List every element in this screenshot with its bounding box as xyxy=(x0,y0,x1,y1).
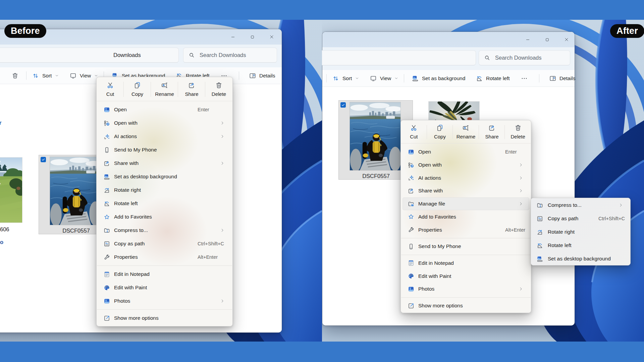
diver-photo-thumbnail[interactable] xyxy=(50,157,101,225)
golf-photo-thumbnail[interactable] xyxy=(0,158,22,223)
menu-item-label: Send to My Phone xyxy=(418,243,461,249)
menu-item-add-to-favorites[interactable]: Add to Favorites xyxy=(402,210,529,224)
toolbar-details-button[interactable]: Details xyxy=(249,67,275,84)
maximize-button[interactable] xyxy=(537,32,557,47)
after-screenshot-panel: Search Downloads Sort View Set as backgr… xyxy=(322,20,644,342)
menu-item-show-more-options[interactable]: Show more options xyxy=(98,311,231,325)
chevron-right-icon xyxy=(519,188,523,193)
menu-item-add-to-favorites[interactable]: Add to Favorites xyxy=(98,210,231,224)
ai-actions-icon xyxy=(408,174,415,181)
toolbar-more-button[interactable] xyxy=(521,70,528,86)
toolbar-view-button[interactable]: View xyxy=(370,70,398,86)
paint-icon xyxy=(103,284,110,291)
toolbar-details-label: Details xyxy=(559,75,575,81)
toolbar-separator xyxy=(26,71,26,80)
close-button[interactable] xyxy=(557,32,576,47)
command-share-button[interactable]: Share xyxy=(178,77,205,101)
before-label: Before xyxy=(4,24,46,38)
menu-item-label: Rotate left xyxy=(114,200,138,206)
menu-item-properties[interactable]: PropertiesAlt+Enter xyxy=(98,250,231,264)
toolbar-details-button[interactable]: Details xyxy=(549,70,575,86)
menu-item-send-to-my-phone[interactable]: Send to My Phone xyxy=(98,143,231,157)
command-rename-button[interactable]: Rename xyxy=(151,77,178,101)
ai-actions-icon xyxy=(103,133,110,140)
properties-icon xyxy=(103,254,110,261)
context-menu-after: Cut Copy Rename Share Delete OpenEnter O… xyxy=(400,120,531,313)
maximize-button[interactable] xyxy=(243,29,262,45)
menu-item-label: Edit in Notepad xyxy=(418,260,454,266)
share-with-icon xyxy=(408,187,415,194)
file-caption-fragment: 606 xyxy=(0,226,15,233)
address-input[interactable] xyxy=(322,50,476,65)
share-with-icon xyxy=(103,160,110,167)
share-icon xyxy=(188,81,196,89)
menu-item-set-as-desktop-background[interactable]: Set as desktop background xyxy=(98,170,231,183)
menu-item-copy-as-path[interactable]: Copy as pathCtrl+Shift+C xyxy=(533,212,629,225)
menu-item-edit-with-paint[interactable]: Edit with Paint xyxy=(402,269,529,283)
menu-item-edit-in-notepad[interactable]: Edit in Notepad xyxy=(402,257,529,270)
menu-item-compress-to[interactable]: Compress to... xyxy=(98,224,231,237)
menu-item-set-as-desktop-background[interactable]: Set as desktop background xyxy=(533,252,629,265)
command-cut-button[interactable]: Cut xyxy=(401,120,427,143)
menu-item-edit-with-paint[interactable]: Edit with Paint xyxy=(98,281,231,294)
menu-item-send-to-my-phone[interactable]: Send to My Phone xyxy=(402,240,529,253)
menu-item-rotate-right[interactable]: Rotate right xyxy=(533,225,629,239)
toolbar-rotate-left-button[interactable]: Rotate left xyxy=(476,70,510,86)
toolbar-details-label: Details xyxy=(259,73,275,79)
chevron-right-icon xyxy=(519,201,523,206)
menu-item-share-with[interactable]: Share with xyxy=(98,157,231,170)
menu-item-label: Open with xyxy=(114,120,138,126)
menu-item-ai-actions[interactable]: AI actions xyxy=(402,171,529,184)
menu-item-open-with[interactable]: Open with xyxy=(98,116,231,130)
menu-item-compress-to[interactable]: Compress to... xyxy=(533,198,629,212)
command-delete-button[interactable]: Delete xyxy=(505,120,531,143)
open-with-icon xyxy=(103,120,110,127)
minimize-button[interactable] xyxy=(518,32,537,47)
minimize-button[interactable] xyxy=(223,29,243,45)
toolbar-set-background-button[interactable]: Set as background xyxy=(412,70,465,86)
toolbar-delete-button[interactable] xyxy=(11,67,19,84)
diver-photo-thumbnail[interactable] xyxy=(350,102,400,170)
search-input[interactable]: Search Downloads xyxy=(183,48,277,63)
menu-item-rotate-right[interactable]: Rotate right xyxy=(98,183,231,197)
command-delete-button[interactable]: Delete xyxy=(205,77,232,101)
command-share-button[interactable]: Share xyxy=(479,120,505,143)
menu-item-photos[interactable]: Photos xyxy=(98,294,231,308)
toolbar-view-button[interactable]: View xyxy=(69,67,98,84)
selection-checkbox[interactable] xyxy=(41,157,46,162)
menu-item-label: Send to My Phone xyxy=(114,147,157,153)
menu-item-ai-actions[interactable]: AI actions xyxy=(98,130,231,143)
command-copy-button[interactable]: Copy xyxy=(427,120,453,143)
toolbar-sort-label: Sort xyxy=(42,73,52,79)
menu-item-share-with[interactable]: Share with xyxy=(402,184,529,197)
menu-item-rotate-left[interactable]: Rotate left xyxy=(533,239,629,252)
menu-item-properties[interactable]: PropertiesAlt+Enter xyxy=(402,223,529,236)
selection-checkbox[interactable] xyxy=(340,102,346,108)
menu-item-manage-file[interactable]: Manage file xyxy=(402,197,529,210)
menu-item-show-more-options[interactable]: Show more options xyxy=(402,299,529,312)
menu-item-label: Compress to... xyxy=(114,227,148,233)
address-bar-row: Search Downloads xyxy=(322,47,575,70)
menu-item-open[interactable]: OpenEnter xyxy=(98,103,231,116)
menu-item-copy-as-path[interactable]: Copy as pathCtrl+Shift+C xyxy=(98,237,231,250)
close-icon xyxy=(269,34,274,40)
search-input[interactable]: Search Downloads xyxy=(479,50,570,65)
menu-item-open[interactable]: OpenEnter xyxy=(402,145,529,159)
command-toolbar: Sort View Set as background Rotate left … xyxy=(322,70,575,87)
check-icon xyxy=(341,103,345,107)
menu-item-photos[interactable]: Photos xyxy=(402,283,529,296)
command-cut-button[interactable]: Cut xyxy=(97,77,124,101)
toolbar-sort-button[interactable]: Sort xyxy=(32,67,59,84)
command-rename-button[interactable]: Rename xyxy=(453,120,479,143)
toolbar-separator xyxy=(404,74,404,82)
toolbar-sort-button[interactable]: Sort xyxy=(332,70,359,86)
close-button[interactable] xyxy=(262,29,281,45)
command-label: Rename xyxy=(457,134,476,139)
address-bar-row: Downloads Search Downloads xyxy=(0,45,282,67)
command-label: Rename xyxy=(155,91,174,97)
address-input[interactable]: Downloads xyxy=(0,48,179,63)
menu-item-edit-in-notepad[interactable]: Edit in Notepad xyxy=(98,267,231,281)
menu-item-open-with[interactable]: Open with xyxy=(402,159,529,172)
command-copy-button[interactable]: Copy xyxy=(124,77,151,101)
menu-item-rotate-left[interactable]: Rotate left xyxy=(98,197,231,210)
